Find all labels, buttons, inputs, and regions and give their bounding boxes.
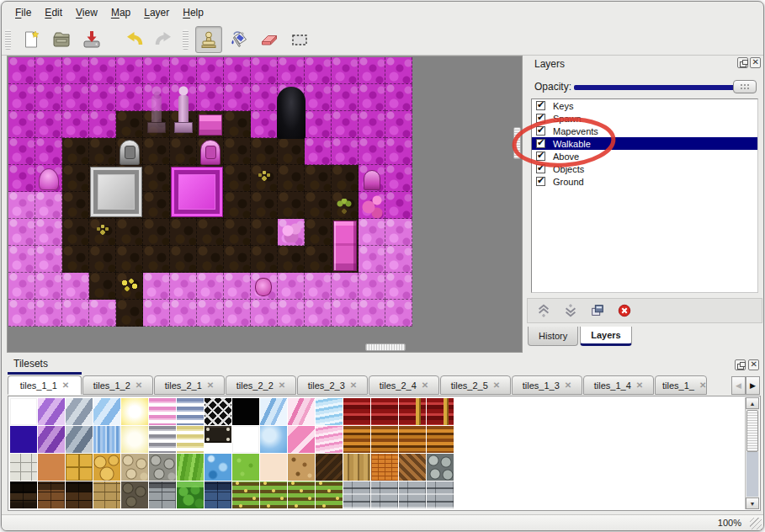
tileset-tile-logs[interactable]	[399, 426, 426, 453]
map-tile[interactable]	[116, 219, 143, 246]
tileset-tile-farm[interactable]	[260, 481, 287, 508]
map-tile[interactable]	[143, 192, 170, 219]
map-tile[interactable]	[8, 273, 35, 300]
map-tile[interactable]	[62, 219, 89, 246]
map-tile[interactable]	[89, 138, 116, 165]
scroll-tabs-left-icon[interactable]: ◀	[731, 376, 746, 395]
map-tile[interactable]	[8, 300, 35, 327]
map-tile[interactable]	[278, 138, 305, 165]
map-tile[interactable]	[305, 57, 332, 84]
tileset-tile-brick-dark[interactable]	[10, 481, 37, 508]
layer-visibility-checkbox[interactable]	[536, 139, 545, 148]
map-tile[interactable]	[385, 300, 412, 327]
tileset-tab-tiles_2_5[interactable]: tiles_2_5✕	[440, 375, 511, 395]
map-tile[interactable]	[251, 246, 278, 273]
close-tab-icon[interactable]: ✕	[207, 380, 214, 390]
map-tile[interactable]	[170, 300, 197, 327]
tileset-tab-tiles_2_3[interactable]: tiles_2_3✕	[297, 375, 368, 395]
redo-icon[interactable]	[151, 26, 178, 53]
close-tab-icon[interactable]: ✕	[699, 380, 706, 390]
tileset-tab-tiles_1[interactable]: tiles_1_✕	[655, 375, 707, 395]
map-tile[interactable]	[251, 138, 278, 165]
map-tile[interactable]	[143, 138, 170, 165]
map-tile[interactable]	[251, 192, 278, 219]
menu-item-layer[interactable]: Layer	[137, 4, 176, 21]
tileset-tile-black[interactable]	[232, 398, 259, 425]
tileset-tab-tiles_2_2[interactable]: tiles_2_2✕	[226, 375, 296, 395]
map-tile[interactable]	[89, 300, 116, 327]
map-tile[interactable]	[278, 273, 305, 300]
tileset-tab-tiles_1_4[interactable]: tiles_1_4✕	[583, 375, 654, 395]
raise-layer-button[interactable]	[533, 301, 555, 321]
map-tile[interactable]	[224, 273, 251, 300]
map-tile[interactable]	[385, 84, 412, 111]
tileset-tile-farm[interactable]	[232, 481, 259, 508]
tileset-tile-brick-gray[interactable]	[149, 481, 176, 508]
map-tile[interactable]	[116, 111, 143, 138]
map-tile[interactable]	[89, 57, 116, 84]
map-tile[interactable]	[332, 57, 359, 84]
tileset-tile-cobble-gray[interactable]	[149, 454, 176, 481]
tileset-tile-hedge[interactable]	[177, 481, 204, 508]
layer-visibility-checkbox[interactable]	[536, 152, 545, 161]
tileset-tile-glass-purple-dark[interactable]	[38, 426, 65, 453]
resize-grip[interactable]	[750, 518, 762, 529]
tileset-tab-tiles_2_4[interactable]: tiles_2_4✕	[369, 375, 439, 395]
close-tab-icon[interactable]: ✕	[279, 380, 285, 390]
map-tile[interactable]	[359, 84, 385, 111]
map-tile[interactable]	[35, 84, 62, 111]
map-tile[interactable]	[170, 219, 197, 246]
tileset-tile-logs[interactable]	[427, 426, 454, 453]
tileset-tile-planks-gray[interactable]	[399, 481, 426, 508]
map-tile[interactable]	[359, 57, 385, 84]
tileset-tile-brick-darker[interactable]	[66, 481, 93, 508]
map-tile[interactable]	[359, 246, 385, 273]
opacity-slider-handle[interactable]	[733, 80, 757, 93]
tileset-tile-peach[interactable]	[260, 454, 287, 481]
float-panel-icon[interactable]	[735, 359, 746, 370]
tileset-tile-glass-gray-dark[interactable]	[66, 426, 93, 453]
tileset-tile-brick-tan[interactable]	[93, 481, 120, 508]
tileset-tile-indigo[interactable]	[10, 426, 37, 453]
tileset-content[interactable]: ▲ ▼	[8, 396, 761, 511]
close-panel-icon[interactable]	[748, 359, 759, 370]
map-tile[interactable]	[35, 111, 62, 138]
tileset-tile-waves-blue[interactable]	[316, 398, 343, 425]
tileset-tile-tile-gold[interactable]	[66, 454, 93, 481]
tileset-tile-cobble-dark[interactable]	[121, 481, 148, 508]
map-tile[interactable]	[332, 273, 359, 300]
tileset-tab-tiles_2_1[interactable]: tiles_2_1✕	[154, 375, 225, 395]
map-tile[interactable]	[278, 246, 305, 273]
map-tile[interactable]	[89, 84, 116, 111]
save-file-icon[interactable]	[78, 26, 105, 53]
map-tile[interactable]	[332, 300, 359, 327]
map-tile[interactable]	[332, 84, 359, 111]
map-tile[interactable]	[278, 165, 305, 192]
tileset-tile-glow-pale[interactable]	[121, 426, 148, 453]
map-tile[interactable]	[116, 84, 143, 111]
map-tile[interactable]	[332, 111, 359, 138]
map-tile[interactable]	[251, 300, 278, 327]
map-tile[interactable]	[251, 84, 278, 111]
close-tab-icon[interactable]: ✕	[422, 380, 428, 390]
lower-layer-button[interactable]	[560, 301, 582, 321]
map-tile[interactable]	[224, 300, 251, 327]
scrollbar-thumb[interactable]	[513, 127, 521, 159]
map-tile[interactable]	[62, 273, 89, 300]
layer-row-above[interactable]: Above	[532, 150, 757, 162]
map-tile[interactable]	[224, 219, 251, 246]
tileset-tab-tiles_1_3[interactable]: tiles_1_3✕	[512, 375, 582, 395]
map-tile[interactable]	[8, 192, 35, 219]
map-tile[interactable]	[62, 300, 89, 327]
tileset-tile-planks-gray[interactable]	[427, 481, 454, 508]
tileset-tile-glass-purple[interactable]	[38, 398, 65, 425]
tileset-tile-planks-gray[interactable]	[343, 481, 370, 508]
map-tile[interactable]	[305, 192, 332, 219]
tileset-tile-stripes-blue[interactable]	[177, 398, 204, 425]
map-tile[interactable]	[35, 138, 62, 165]
fill-tool-icon[interactable]	[226, 26, 252, 53]
tileset-tile-planks-gray[interactable]	[371, 481, 398, 508]
map-tile[interactable]	[62, 165, 89, 192]
map-tile[interactable]	[170, 57, 197, 84]
map-tile[interactable]	[197, 219, 224, 246]
